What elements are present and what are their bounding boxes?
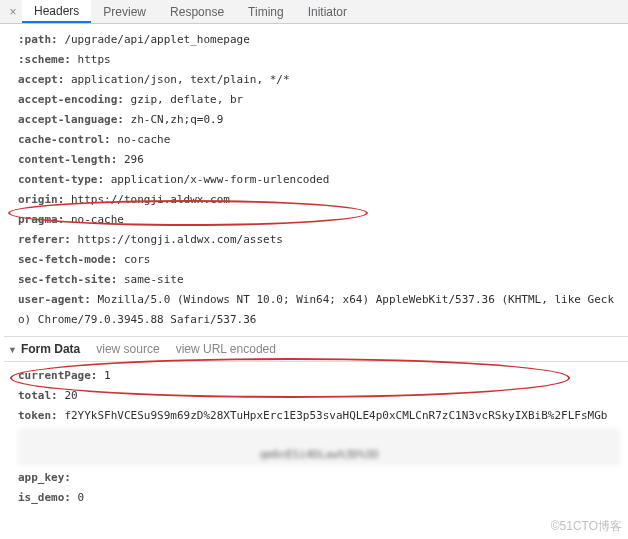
header-value: https://tongji.aldwx.com (71, 193, 230, 206)
header-row: origin: https://tongji.aldwx.com (18, 190, 628, 210)
header-row: pragma: no-cache (18, 210, 628, 230)
header-key: origin: (18, 193, 64, 206)
view-source-link[interactable]: view source (96, 342, 159, 356)
form-row: token: f2YYkSFhVCESu9S9m69zD%28XTuHpxErc… (18, 406, 628, 426)
close-icon[interactable]: × (4, 5, 22, 19)
header-row: accept-language: zh-CN,zh;q=0.9 (18, 110, 628, 130)
form-key: total: (18, 389, 58, 402)
header-value: Mozilla/5.0 (Windows NT 10.0; Win64; x64… (18, 293, 614, 326)
header-row: :path: /upgrade/api/applet_homepage (18, 30, 628, 50)
watermark: ©51CTO博客 (551, 518, 622, 535)
form-row: currentPage: 1 (18, 366, 628, 386)
header-key: content-type: (18, 173, 104, 186)
form-value: 1 (104, 369, 111, 382)
header-row: content-type: application/x-www-form-url… (18, 170, 628, 190)
tab-initiator[interactable]: Initiator (296, 1, 359, 22)
header-key: accept-encoding: (18, 93, 124, 106)
tab-response[interactable]: Response (158, 1, 236, 22)
header-key: sec-fetch-site: (18, 273, 117, 286)
header-value: cors (124, 253, 151, 266)
header-value: zh-CN,zh;q=0.9 (131, 113, 224, 126)
form-value: f2YYkSFhVCESu9S9m69zD%28XTuHpxErc1E3p53s… (64, 409, 607, 422)
tab-preview[interactable]: Preview (91, 1, 158, 22)
headers-panel[interactable]: :path: /upgrade/api/applet_homepage :sch… (0, 24, 628, 534)
form-row: total: 20 (18, 386, 628, 406)
header-row: :scheme: https (18, 50, 628, 70)
header-row: sec-fetch-site: same-site (18, 270, 628, 290)
view-url-encoded-link[interactable]: view URL encoded (176, 342, 276, 356)
header-value: gzip, deflate, br (131, 93, 244, 106)
form-row: is_demo: 0 (18, 488, 628, 508)
blurred-token-region: qm6nESi4DLaw%3D%3D (18, 428, 620, 466)
header-value: 296 (124, 153, 144, 166)
header-value: same-site (124, 273, 184, 286)
header-value: /upgrade/api/applet_homepage (64, 33, 249, 46)
header-key: cache-control: (18, 133, 111, 146)
section-title: Form Data (21, 342, 80, 356)
header-row: cache-control: no-cache (18, 130, 628, 150)
header-key: pragma: (18, 213, 64, 226)
header-value: https://tongji.aldwx.com/assets (78, 233, 283, 246)
header-key: :scheme: (18, 53, 71, 66)
header-value: application/json, text/plain, */* (71, 73, 290, 86)
header-value: application/x-www-form-urlencoded (111, 173, 330, 186)
header-key: content-length: (18, 153, 117, 166)
header-row: accept: application/json, text/plain, */… (18, 70, 628, 90)
header-key: sec-fetch-mode: (18, 253, 117, 266)
header-row: sec-fetch-mode: cors (18, 250, 628, 270)
header-row: content-length: 296 (18, 150, 628, 170)
form-key: token: (18, 409, 58, 422)
header-key: :path: (18, 33, 58, 46)
header-row: user-agent: Mozilla/5.0 (Windows NT 10.0… (18, 290, 628, 330)
header-value: no-cache (71, 213, 124, 226)
header-key: accept: (18, 73, 64, 86)
header-row: accept-encoding: gzip, deflate, br (18, 90, 628, 110)
header-key: accept-language: (18, 113, 124, 126)
form-row: app_key: (18, 468, 628, 488)
form-key: currentPage: (18, 369, 97, 382)
form-key: is_demo: (18, 491, 71, 504)
header-key: user-agent: (18, 293, 91, 306)
header-row: referer: https://tongji.aldwx.com/assets (18, 230, 628, 250)
header-value: no-cache (117, 133, 170, 146)
form-value: 20 (64, 389, 77, 402)
tab-headers[interactable]: Headers (22, 0, 91, 23)
header-key: referer: (18, 233, 71, 246)
devtools-tabbar: × Headers Preview Response Timing Initia… (0, 0, 628, 24)
form-value: 0 (78, 491, 85, 504)
header-value: https (78, 53, 111, 66)
form-key: app_key: (18, 471, 71, 484)
expand-triangle-icon[interactable]: ▼Form Data (8, 342, 80, 356)
tab-timing[interactable]: Timing (236, 1, 296, 22)
form-data-section: ▼Form Data view source view URL encoded (4, 336, 628, 362)
